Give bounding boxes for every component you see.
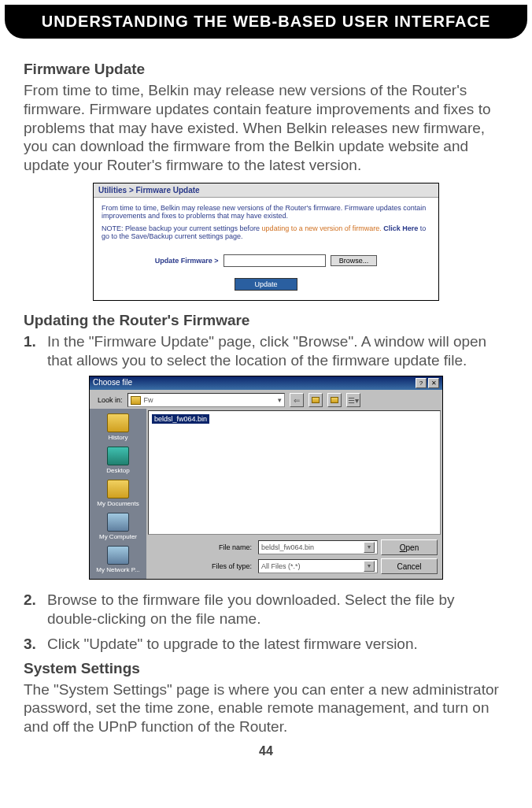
dialog-title: Choose file xyxy=(93,378,132,388)
step-3: 3. Click "Update" to upgrade to the late… xyxy=(24,635,508,654)
places-bar: History Desktop My Documents My Computer… xyxy=(90,409,146,579)
firmware-path-input[interactable] xyxy=(224,254,326,267)
places-network[interactable]: My Network P... xyxy=(93,544,143,576)
filename-field[interactable]: beldsl_fw064.bin ▾ xyxy=(258,540,378,554)
places-desktop[interactable]: Desktop xyxy=(93,445,143,476)
chevron-down-icon[interactable]: ▾ xyxy=(364,561,375,572)
fw-description: From time to time, Belkin may release ne… xyxy=(102,204,430,220)
system-settings-paragraph: The "System Settings" page is where you … xyxy=(24,680,508,736)
step-number: 1. xyxy=(24,332,39,370)
chevron-down-icon[interactable]: ▾ xyxy=(364,542,375,553)
lookin-label: Look in: xyxy=(98,396,123,404)
firmware-update-heading: Firmware Update xyxy=(24,61,508,78)
cancel-button[interactable]: Cancel xyxy=(381,558,438,574)
update-button[interactable]: Update xyxy=(235,278,297,291)
up-folder-icon[interactable] xyxy=(308,393,323,407)
update-firmware-label: Update Firmware > xyxy=(155,257,219,265)
step-number: 2. xyxy=(24,591,39,628)
browse-button[interactable]: Browse... xyxy=(331,255,378,266)
click-here-link[interactable]: Click Here xyxy=(383,224,418,232)
page-number: 44 xyxy=(24,744,508,758)
step-text: In the "Firmware Update" page, click "Br… xyxy=(44,332,508,370)
view-menu-icon[interactable]: ☰▾ xyxy=(346,393,360,407)
filetype-label: Files of type: xyxy=(206,562,255,570)
step-text: Click "Update" to upgrade to the latest … xyxy=(44,635,508,654)
back-icon[interactable]: ⇐ xyxy=(290,393,304,407)
open-button[interactable]: Open xyxy=(381,539,438,555)
updating-firmware-heading: Updating the Router's Firmware xyxy=(24,312,508,329)
breadcrumb: Utilities > Firmware Update xyxy=(94,183,438,198)
firmware-update-paragraph: From time to time, Belkin may release ne… xyxy=(24,81,508,175)
filetype-dropdown[interactable]: All Files (*.*) ▾ xyxy=(258,559,378,573)
choose-file-dialog: Choose file ? ✕ Look in: Fw ▾ ⇐ ☰▾ Histo… xyxy=(89,376,443,580)
lookin-dropdown[interactable]: Fw ▾ xyxy=(127,393,285,407)
places-mydocuments[interactable]: My Documents xyxy=(93,478,143,510)
step-1: 1. In the "Firmware Update" page, click … xyxy=(24,332,508,370)
close-icon[interactable]: ✕ xyxy=(428,378,439,388)
file-list[interactable]: beldsl_fw064.bin xyxy=(148,410,441,535)
step-number: 3. xyxy=(24,635,39,654)
chevron-down-icon: ▾ xyxy=(278,396,282,404)
places-mycomputer[interactable]: My Computer xyxy=(93,511,143,543)
new-folder-icon[interactable] xyxy=(327,393,342,407)
folder-icon xyxy=(131,396,141,405)
places-history[interactable]: History xyxy=(93,412,143,443)
filename-label: File name: xyxy=(206,543,255,551)
list-item[interactable]: beldsl_fw064.bin xyxy=(152,414,209,424)
fw-note: NOTE: Please backup your current setting… xyxy=(102,224,430,240)
step-2: 2. Browse to the firmware file you downl… xyxy=(24,591,508,628)
help-icon[interactable]: ? xyxy=(416,378,427,388)
system-settings-heading: System Settings xyxy=(24,660,508,677)
page-header: UNDERSTANDING THE WEB-BASED USER INTERFA… xyxy=(5,5,527,39)
step-text: Browse to the firmware file you download… xyxy=(44,591,508,628)
page-content: Firmware Update From time to time, Belki… xyxy=(0,39,532,766)
firmware-update-screenshot: Utilities > Firmware Update From time to… xyxy=(93,183,439,301)
